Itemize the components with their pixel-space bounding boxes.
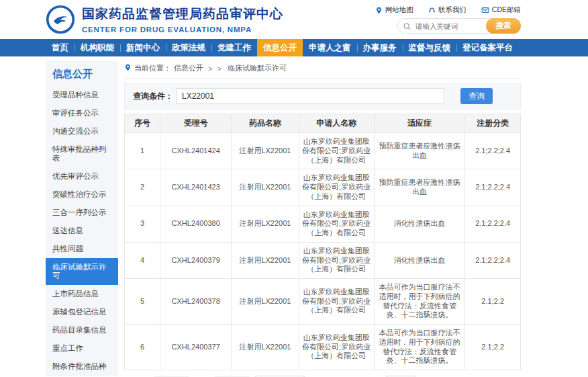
sidebar-item[interactable]: 原辅包登记信息: [46, 303, 118, 321]
results-table: 序号受理号药品名称申请人名称适应症注册分类 1CXHL2401424注射用LX2…: [124, 114, 521, 370]
table-cell-indication: 消化性溃疡出血: [374, 206, 465, 242]
content: 信息公开 受理品种信息审评任务公示沟通交流公示特殊审批品种列表优先审评公示突破性…: [46, 60, 521, 377]
search-box: 搜索: [397, 18, 521, 34]
sidebar-item[interactable]: 附条件批准品种: [46, 358, 118, 376]
query-button[interactable]: 查询: [460, 88, 493, 104]
table-head-row: 序号受理号药品名称申请人名称适应症注册分类: [125, 114, 521, 133]
column-header: 药品名称: [232, 114, 299, 133]
table-cell-acceptance_no: CXHL2400378: [160, 279, 232, 325]
main-content: 当前位置： 信息公开 > > 临床试验默示许可 查询条件： 查询 序号受理号药品…: [124, 60, 521, 377]
breadcrumb: 当前位置： 信息公开 > > 临床试验默示许可: [124, 60, 521, 79]
page: 国家药品监督管理局药品审评中心 CENTER FOR DRUG EVALUATI…: [0, 0, 588, 377]
sidebar-item[interactable]: 临床试验默示许可: [46, 258, 118, 285]
mail-icon: [481, 6, 489, 14]
table-cell-acceptance_no: CXHL2400380: [160, 206, 232, 242]
sidebar-item[interactable]: 三合一序列公示: [46, 204, 118, 222]
header-right: 网站地图 联系我们 CDE邮箱: [375, 5, 521, 34]
table-cell-indication: 预防重症患者应激性溃疡出血: [374, 133, 465, 169]
location-pin-icon: [124, 64, 132, 73]
nav-item[interactable]: 首页: [46, 39, 75, 56]
table-cell-reg_class: 2.1;2.2: [465, 279, 521, 325]
main-nav: 首页机构职能新闻中心政策法规党建工作信息公开申请人之窗办事服务监督与反馈登记备案…: [46, 39, 521, 56]
site-subtitle: CENTER FOR DRUG EVALUATION, NMPA: [82, 26, 283, 34]
table-row: 6CXHL2400377注射用LX22001山东罗欣药业集团股份有限公司;罗欣药…: [125, 325, 521, 370]
table-cell-seq: 3: [125, 206, 160, 242]
table-cell-drug_name: 注射用LX22001: [232, 206, 299, 242]
table-cell-applicant: 山东罗欣药业集团股份有限公司;罗欣药业（上海）有限公司: [299, 325, 374, 370]
sidebar-item[interactable]: 重点工作: [46, 339, 118, 358]
table-cell-reg_class: 2.1;2.2;2.4: [465, 242, 521, 278]
table-cell-reg_class: 2.1;2.2;2.4: [465, 206, 521, 242]
sidebar-item[interactable]: 突破性治疗公示: [46, 185, 118, 204]
table-cell-seq: 4: [125, 242, 160, 278]
table-cell-acceptance_no: CXHL2400379: [160, 242, 232, 278]
column-header: 申请人名称: [299, 114, 374, 133]
breadcrumb-separator: > >: [208, 65, 223, 73]
table-cell-seq: 5: [125, 279, 160, 325]
table-cell-seq: 1: [125, 133, 160, 169]
query-input[interactable]: [176, 88, 444, 104]
table-cell-seq: 6: [125, 325, 160, 370]
nav-item[interactable]: 政策法规: [166, 39, 211, 56]
breadcrumb-prefix: 当前位置：: [134, 63, 171, 73]
nav-item[interactable]: 申请人之窗: [303, 39, 357, 56]
headset-icon: [428, 7, 436, 14]
cde-logo-icon: [46, 5, 75, 34]
table-cell-applicant: 山东罗欣药业集团股份有限公司;罗欣药业（上海）有限公司: [299, 279, 374, 325]
sidebar-item[interactable]: 共性问题: [46, 240, 118, 258]
table-cell-drug_name: 注射用LX22001: [232, 279, 299, 325]
table-cell-drug_name: 注射用LX22001: [232, 133, 299, 169]
site-title: 国家药品监督管理局药品审评中心: [82, 5, 283, 23]
table-cell-applicant: 山东罗欣药业集团股份有限公司;罗欣药业（上海）有限公司: [299, 169, 374, 206]
column-header: 注册分类: [465, 114, 521, 133]
nav-item[interactable]: 信息公开: [257, 39, 303, 56]
table-cell-applicant: 山东罗欣药业集团股份有限公司;罗欣药业（上海）有限公司: [299, 133, 374, 169]
nav-item[interactable]: 登记备案平台: [456, 39, 519, 56]
nav-item[interactable]: 新闻中心: [120, 39, 166, 56]
sidebar-item[interactable]: 优先审评公示: [46, 167, 118, 185]
contact-label: 联系我们: [438, 5, 467, 15]
table-cell-indication: 本品可作为当口服疗法不适用时，用于下列病症的替代疗法：反流性食管炎、十二指肠溃疡…: [374, 279, 465, 325]
query-label: 查询条件：: [133, 91, 173, 102]
search-button[interactable]: 搜索: [486, 18, 521, 34]
sidebar-item[interactable]: 送达信息: [46, 222, 118, 240]
search-icon: [403, 22, 411, 34]
table-cell-reg_class: 2.1;2.2: [465, 325, 521, 370]
table-row: 4CXHL2400379注射用LX22001山东罗欣药业集团股份有限公司;罗欣药…: [125, 242, 521, 278]
sidebar-item[interactable]: 药品目录集信息: [46, 321, 118, 339]
table-cell-drug_name: 注射用LX22001: [232, 169, 299, 206]
sidebar-item[interactable]: 上市药品信息: [46, 285, 118, 303]
sidebar-title: 信息公开: [46, 60, 118, 86]
sidebar-item[interactable]: 特殊审批品种列表: [46, 140, 118, 167]
table-cell-indication: 本品可作为当口服疗法不适用时，用于下列病症的替代疗法：反流性食管炎、十二指肠溃疡…: [374, 325, 465, 370]
nav-item[interactable]: 机构职能: [75, 39, 120, 56]
table-cell-applicant: 山东罗欣药业集团股份有限公司;罗欣药业（上海）有限公司: [299, 206, 374, 242]
nav-item[interactable]: 办事服务: [357, 39, 403, 56]
column-header: 序号: [125, 114, 160, 133]
main-nav-bar: 首页机构职能新闻中心政策法规党建工作信息公开申请人之窗办事服务监督与反馈登记备案…: [0, 39, 588, 56]
nav-item[interactable]: 监督与反馈: [403, 39, 457, 56]
sidebar-item[interactable]: 沟通交流公示: [46, 122, 118, 140]
sitemap-link[interactable]: 网站地图: [375, 5, 413, 15]
table-cell-acceptance_no: CXHL2401424: [160, 133, 232, 169]
breadcrumb-section[interactable]: 信息公开: [174, 63, 203, 73]
sidebar: 信息公开 受理品种信息审评任务公示沟通交流公示特殊审批品种列表优先审评公示突破性…: [46, 60, 118, 376]
table-cell-indication: 预防重症患者应激性溃疡出血: [374, 169, 465, 206]
table-cell-seq: 2: [125, 169, 160, 206]
map-pin-icon: [375, 7, 383, 14]
header: 国家药品监督管理局药品审评中心 CENTER FOR DRUG EVALUATI…: [0, 0, 588, 39]
sitemap-label: 网站地图: [385, 5, 413, 15]
column-header: 适应症: [374, 114, 465, 133]
sidebar-list: 受理品种信息审评任务公示沟通交流公示特殊审批品种列表优先审评公示突破性治疗公示三…: [46, 86, 118, 376]
brand-text: 国家药品监督管理局药品审评中心 CENTER FOR DRUG EVALUATI…: [82, 5, 283, 34]
contact-link[interactable]: 联系我们: [428, 5, 467, 15]
quick-links: 网站地图 联系我们 CDE邮箱: [375, 5, 521, 15]
mailbox-link[interactable]: CDE邮箱: [481, 5, 521, 15]
table-row: 5CXHL2400378注射用LX22001山东罗欣药业集团股份有限公司;罗欣药…: [125, 279, 521, 325]
table-cell-reg_class: 2.1;2.2;2.4: [465, 133, 521, 169]
mailbox-label: CDE邮箱: [492, 5, 521, 15]
table-cell-indication: 消化性溃疡出血: [374, 242, 465, 278]
nav-item[interactable]: 党建工作: [211, 39, 257, 56]
sidebar-item[interactable]: 审评任务公示: [46, 104, 118, 122]
sidebar-item[interactable]: 受理品种信息: [46, 86, 118, 104]
